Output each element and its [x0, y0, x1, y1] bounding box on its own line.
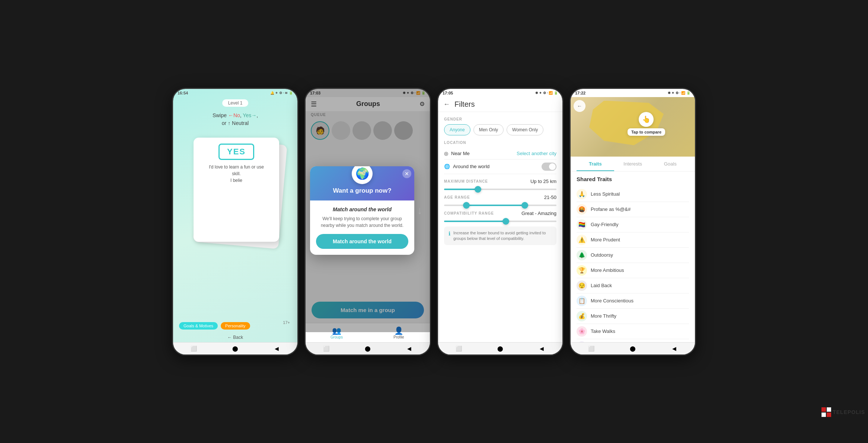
- card-text-1: I'd love to learn a fun or use: [209, 164, 264, 170]
- match-around-world-button[interactable]: Match around the world: [316, 234, 408, 249]
- watermark-text: TELEPOLIS: [833, 409, 865, 415]
- logo-grid: [821, 407, 831, 417]
- nav-home[interactable]: ⬤: [625, 345, 640, 352]
- nav-home[interactable]: ⬤: [228, 345, 243, 352]
- phones-container: 16:54 🔔 ✦ ⚙ · ≋ 🔋 Level 1 Swipe ←No, Yes…: [172, 88, 696, 356]
- phone3-nav-bar: ⬜ ⬤ ◀: [438, 342, 562, 354]
- max-distance-label: MAXIMUM DISTANCE: [444, 179, 488, 183]
- phone1-status-icons: 🔔 ✦ ⚙ · ≋ 🔋: [270, 91, 293, 95]
- level-badge: Level 1: [222, 99, 249, 107]
- phone1-nav-bar: ⬜ ⬤ ◀: [173, 342, 297, 354]
- tab-traits[interactable]: Traits: [577, 157, 614, 171]
- map-back-button[interactable]: ←: [574, 100, 585, 112]
- modal-arrow: ↓: [414, 202, 425, 219]
- logo-block-2: [827, 407, 831, 412]
- compatibility-info: ℹ Increase the lower bound to avoid gett…: [444, 227, 556, 245]
- gender-label: GENDER: [444, 117, 556, 121]
- anyone-btn[interactable]: Anyone: [444, 124, 470, 135]
- around-world-row: 🌐 Around the world: [444, 160, 556, 174]
- nav-square[interactable]: ⬜: [584, 345, 599, 352]
- map-tooltip: Tap to compare: [628, 128, 665, 136]
- trait-low-self-esteem: 😔 Suffer from Low Self-Esteem: [577, 339, 689, 342]
- nav-back[interactable]: ◀: [402, 345, 417, 352]
- select-city-link[interactable]: Select another city: [517, 151, 556, 156]
- groups-nav-label: Groups: [331, 335, 343, 339]
- modal-overlay: 🌍 ✕ Want a group now? Match around the w…: [306, 89, 430, 332]
- back-arrow-icon[interactable]: ←: [443, 100, 450, 108]
- near-me-text: Near Me: [451, 151, 470, 156]
- yes-arrow: Yes→: [243, 112, 256, 118]
- modal-close-button[interactable]: ✕: [402, 169, 411, 178]
- phone1-level: Level 1: [173, 97, 297, 109]
- phone4-status-icons: ❋ ✦ ⚙ · 📶 🔋: [668, 91, 690, 95]
- phone3-time: 17:05: [443, 91, 453, 95]
- swipe-hint-line1: Swipe ←No, Yes→,: [179, 112, 291, 119]
- nav-home[interactable]: ⬤: [360, 345, 375, 352]
- card-text: I'd love to learn a fun or use skill. I …: [209, 164, 264, 184]
- men-only-btn[interactable]: Men Only: [473, 124, 504, 135]
- nav-back[interactable]: ◀: [269, 345, 284, 352]
- filters-title: Filters: [454, 100, 475, 109]
- swipe-hint: Swipe ←No, Yes→, or ↑ Neutral: [173, 109, 297, 130]
- trait-icon-conscientious: 📋: [577, 296, 587, 306]
- phone4-tabs: Traits Interests Goals: [571, 157, 695, 171]
- phone2-nav-bar: ⬜ ⬤ ◀: [306, 342, 430, 354]
- trait-icon-thrifty: 💰: [577, 311, 587, 321]
- trait-name-conscientious: More Conscientious: [591, 298, 634, 304]
- nav-back[interactable]: ◀: [667, 345, 682, 352]
- profile-nav-label: Profile: [393, 335, 404, 339]
- phone-2: 17:03 ❋ ✦ ⚙ · 📶 🔋 ☰ Groups ⚙ QUEUE 🧑: [304, 88, 431, 356]
- back-button[interactable]: ← Back: [173, 333, 297, 342]
- max-distance-slider[interactable]: [444, 189, 556, 190]
- phone2-screen: 17:03 ❋ ✦ ⚙ · 📶 🔋 ☰ Groups ⚙ QUEUE 🧑: [306, 89, 430, 354]
- around-world-toggle[interactable]: [542, 163, 556, 171]
- around-world-left: 🌐 Around the world: [444, 164, 489, 169]
- nav-square[interactable]: ⬜: [451, 345, 466, 352]
- phone1-time: 16:54: [178, 91, 188, 95]
- map-pin-icon: 👆: [639, 112, 654, 127]
- age-range-slider[interactable]: [444, 205, 556, 206]
- location-label: LOCATION: [444, 141, 556, 145]
- compatibility-slider[interactable]: [444, 221, 556, 222]
- nav-square[interactable]: ⬜: [186, 345, 201, 352]
- compatibility-value: Great - Amazing: [521, 211, 556, 216]
- age-range-thumb-left[interactable]: [463, 202, 470, 209]
- tag-personality[interactable]: Personality: [221, 322, 250, 330]
- nav-square[interactable]: ⬜: [319, 345, 334, 352]
- phone4-traits-content: Shared Traits 🙏 Less Spiritual 🤬 Profane…: [571, 171, 695, 342]
- max-distance-thumb[interactable]: [475, 186, 481, 193]
- phone4-screen: 17:22 ❋ ✦ ⚙ · 📶 🔋 ← 👆 Tap to compare Tra…: [571, 89, 695, 354]
- trait-name-outdoorsy: Outdoorsy: [591, 252, 613, 258]
- trait-conscientious: 📋 More Conscientious: [577, 293, 689, 309]
- map-pin[interactable]: 👆 Tap to compare: [628, 112, 665, 136]
- women-only-btn[interactable]: Women Only: [507, 124, 543, 135]
- trait-icon-ambitious: 🏆: [577, 265, 587, 276]
- age-range-thumb-right[interactable]: [521, 202, 528, 209]
- phone4-nav-bar: ⬜ ⬤ ◀: [571, 342, 695, 354]
- max-distance-header: MAXIMUM DISTANCE Up to 25 km: [444, 179, 556, 184]
- modal-body: Match around the world We'll keep trying…: [310, 200, 414, 255]
- tab-interests[interactable]: Interests: [614, 157, 652, 171]
- phone1-screen: 16:54 🔔 ✦ ⚙ · ≋ 🔋 Level 1 Swipe ←No, Yes…: [173, 89, 297, 354]
- compatibility-header: COMPATIBILITY RANGE Great - Amazing: [444, 211, 556, 216]
- logo-block-1: [821, 407, 826, 412]
- modal-box: 🌍 ✕ Want a group now? Match around the w…: [310, 166, 414, 255]
- traits-list: 🙏 Less Spiritual 🤬 Profane as %@&# 🏳️‍🌈 …: [577, 187, 689, 342]
- yes-stamp: YES: [218, 144, 254, 160]
- tab-goals[interactable]: Goals: [651, 157, 689, 171]
- age-range-fill: [466, 205, 525, 206]
- trait-icon-walks: 🌸: [577, 326, 587, 337]
- trait-laid-back: 😌 Laid Back: [577, 278, 689, 293]
- nav-back[interactable]: ◀: [534, 345, 549, 352]
- phone1-status-bar: 16:54 🔔 ✦ ⚙ · ≋ 🔋: [173, 89, 297, 97]
- info-text: Increase the lower bound to avoid gettin…: [453, 230, 552, 242]
- compatibility-thumb[interactable]: [502, 218, 509, 225]
- card-front[interactable]: YES I'd love to learn a fun or use skill…: [194, 138, 279, 242]
- max-distance-fill: [444, 189, 478, 190]
- trait-take-walks: 🌸 Take Walks: [577, 324, 689, 339]
- near-me-icon: ◎: [444, 151, 448, 156]
- tag-goals[interactable]: Goals & Motives: [179, 322, 218, 330]
- trait-name-gay: Gay-Friendly: [591, 222, 618, 227]
- nav-home[interactable]: ⬤: [493, 345, 508, 352]
- card-tags: Goals & Motives Personality: [173, 319, 297, 333]
